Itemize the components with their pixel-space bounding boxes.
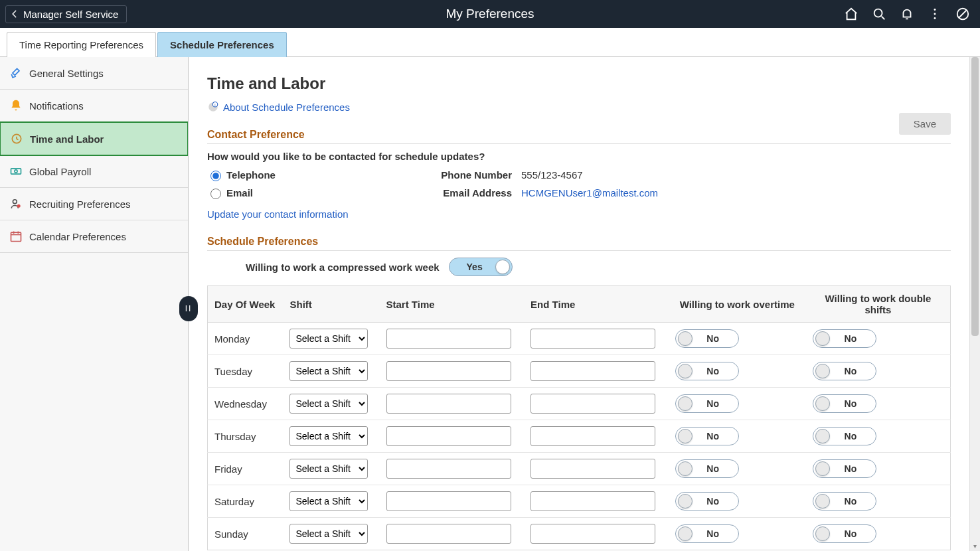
top-bar: Manager Self Service My Preferences: [0, 0, 980, 28]
sidebar-item-global-payroll[interactable]: Global Payroll: [0, 155, 188, 188]
svg-text:i: i: [214, 103, 215, 107]
svg-point-11: [17, 204, 21, 208]
sidebar-item-time-and-labor[interactable]: Time and Labor: [0, 121, 189, 156]
back-button[interactable]: Manager Self Service: [5, 5, 127, 23]
sidebar-item-general-settings[interactable]: General Settings: [0, 57, 188, 90]
bell-icon: [9, 99, 23, 112]
svg-line-1: [882, 17, 885, 20]
svg-line-6: [959, 11, 967, 18]
start-time-input[interactable]: [386, 329, 511, 349]
start-time-input[interactable]: [386, 426, 511, 446]
content-area: Time and Labor i About Schedule Preferen…: [189, 57, 969, 551]
shift-select[interactable]: Select a Shift: [289, 459, 368, 479]
vertical-scrollbar[interactable]: ▾: [969, 57, 980, 551]
table-row: FridaySelect a ShiftNoNo: [208, 453, 951, 485]
scrollbar-down-arrow[interactable]: ▾: [970, 540, 980, 551]
end-time-input[interactable]: [531, 394, 655, 414]
toggle-label: No: [676, 528, 738, 539]
tab-schedule-preferences[interactable]: Schedule Preferences: [157, 32, 287, 57]
overtime-toggle[interactable]: No: [675, 459, 739, 478]
contact-question: How would you like to be contacted for s…: [207, 151, 951, 162]
double-shift-toggle[interactable]: No: [813, 524, 876, 543]
day-cell: Saturday: [208, 485, 284, 518]
double-shift-toggle[interactable]: No: [813, 329, 876, 348]
scrollbar-thumb[interactable]: [971, 57, 979, 336]
end-time-input[interactable]: [531, 491, 655, 511]
phone-number-value: 555/123-4567: [521, 169, 583, 181]
schedule-table: Day Of Week Shift Start Time End Time Wi…: [207, 285, 951, 550]
double-shift-toggle[interactable]: No: [813, 394, 876, 413]
update-contact-info-link[interactable]: Update your contact information: [207, 208, 349, 220]
double-shift-toggle[interactable]: No: [813, 492, 876, 511]
end-time-input[interactable]: [531, 361, 655, 381]
day-cell: Thursday: [208, 420, 284, 453]
sidebar-item-label: Calendar Preferences: [29, 231, 126, 242]
bell-icon[interactable]: [899, 6, 915, 22]
end-time-input[interactable]: [531, 426, 655, 446]
sidebar-item-notifications[interactable]: Notifications: [0, 90, 188, 122]
toggle-label: No: [676, 333, 738, 344]
table-row: SaturdaySelect a ShiftNoNo: [208, 485, 951, 518]
top-icon-group: [843, 6, 980, 22]
start-time-input[interactable]: [386, 361, 511, 381]
clock-icon: [10, 132, 23, 145]
end-time-input[interactable]: [531, 459, 655, 479]
person-icon: [9, 197, 23, 210]
overtime-toggle[interactable]: No: [675, 362, 739, 380]
double-shift-toggle[interactable]: No: [813, 427, 876, 445]
start-time-input[interactable]: [386, 491, 511, 511]
start-time-input[interactable]: [386, 459, 511, 479]
toggle-label: No: [813, 496, 876, 507]
toggle-label: No: [676, 431, 738, 441]
shift-select[interactable]: Select a Shift: [289, 491, 368, 511]
home-icon[interactable]: [843, 6, 859, 22]
shift-select[interactable]: Select a Shift: [289, 329, 368, 349]
more-icon[interactable]: [927, 6, 943, 22]
table-row: TuesdaySelect a ShiftNoNo: [208, 355, 951, 388]
svg-point-9: [15, 170, 17, 173]
toggle-label: No: [676, 398, 738, 409]
double-shift-toggle[interactable]: No: [813, 459, 876, 478]
shift-select[interactable]: Select a Shift: [289, 426, 368, 446]
double-shift-toggle[interactable]: No: [813, 362, 876, 380]
overtime-toggle[interactable]: No: [675, 394, 739, 413]
shift-select[interactable]: Select a Shift: [289, 394, 368, 414]
svg-point-4: [934, 17, 936, 19]
toggle-label: No: [676, 496, 738, 507]
tab-time-reporting-preferences[interactable]: Time Reporting Preferences: [7, 32, 156, 57]
toggle-label: No: [813, 431, 876, 441]
sidebar-item-calendar-preferences[interactable]: Calendar Preferences: [0, 220, 188, 253]
shift-select[interactable]: Select a Shift: [289, 361, 368, 381]
shift-select[interactable]: Select a Shift: [289, 524, 368, 544]
save-button[interactable]: Save: [899, 113, 951, 135]
start-time-input[interactable]: [386, 524, 511, 544]
col-shift: Shift: [283, 286, 379, 323]
toggle-label: No: [813, 366, 876, 376]
telephone-radio-label: Telephone: [226, 169, 432, 181]
overtime-toggle[interactable]: No: [675, 427, 739, 445]
end-time-input[interactable]: [531, 524, 655, 544]
end-time-input[interactable]: [531, 329, 655, 349]
sidebar-item-label: Global Payroll: [29, 166, 91, 177]
sidebar-collapse-handle[interactable]: II: [179, 296, 198, 321]
email-address-value[interactable]: HCMGENUser1@mailtest.com: [521, 187, 658, 198]
toggle-label: No: [813, 528, 876, 539]
svg-point-0: [874, 9, 882, 17]
overtime-toggle[interactable]: No: [675, 492, 739, 511]
chevron-left-icon: [10, 9, 19, 19]
telephone-radio[interactable]: [210, 171, 221, 181]
compressed-week-toggle[interactable]: Yes: [449, 258, 513, 276]
contact-method-telephone-row: Telephone Phone Number 555/123-4567: [207, 169, 951, 181]
col-start: Start Time: [380, 286, 525, 323]
sidebar-item-recruiting-preferences[interactable]: Recruiting Preferences: [0, 188, 188, 220]
na-icon[interactable]: [955, 6, 971, 22]
overtime-toggle[interactable]: No: [675, 524, 739, 543]
sidebar-item-label: Time and Labor: [30, 133, 104, 145]
start-time-input[interactable]: [386, 394, 511, 414]
overtime-toggle[interactable]: No: [675, 329, 739, 348]
content-heading: Time and Labor: [207, 74, 951, 93]
email-radio[interactable]: [210, 189, 221, 199]
search-icon[interactable]: [871, 6, 887, 22]
about-schedule-preferences-link[interactable]: About Schedule Preferences: [223, 102, 350, 113]
table-row: WednesdaySelect a ShiftNoNo: [208, 388, 951, 420]
